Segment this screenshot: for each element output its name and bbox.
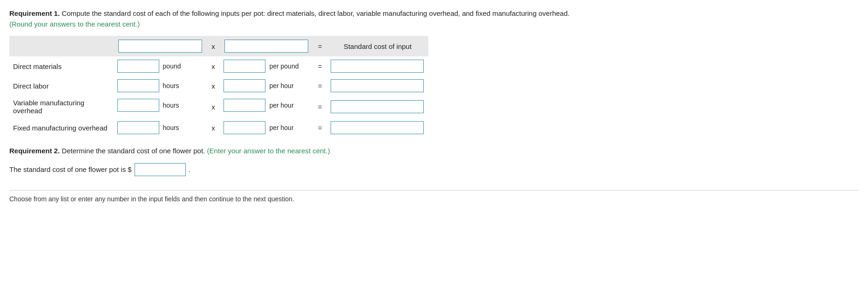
table-row: Direct labor hours x per hour = <box>9 76 428 96</box>
req2-instruction: (Enter your answer to the nearest cent.) <box>207 147 330 155</box>
flower-pot-input[interactable] <box>135 163 186 176</box>
vmo-unit2: per hour <box>267 102 295 109</box>
row-label-vmo: Variable manufacturing overhead <box>9 96 114 118</box>
footer-note: Choose from any list or enter any number… <box>9 190 859 203</box>
table-row: Variable manufacturing overhead hours x … <box>9 96 428 118</box>
req1-bold: Requirement 1. <box>9 9 60 17</box>
result-cell-vmo <box>327 96 428 118</box>
result-cell-fmo <box>327 118 428 137</box>
fmo-unit2: per hour <box>267 124 295 131</box>
dl-eq: = <box>313 76 326 96</box>
input1-cell-dm: pound <box>114 56 207 76</box>
header-eq: = <box>313 36 326 56</box>
vmo-input1[interactable] <box>117 99 159 112</box>
fmo-eq: = <box>313 118 326 137</box>
header-input1-cell <box>114 36 207 56</box>
input1-cell-vmo: hours <box>114 96 207 115</box>
dl-input1[interactable] <box>117 79 159 92</box>
fmo-result[interactable] <box>331 121 424 134</box>
calculation-table: x = Standard cost of input Direct materi… <box>9 36 428 137</box>
vmo-eq: = <box>313 96 326 118</box>
req2-body: Determine the standard cost of one flowe… <box>60 147 205 155</box>
calculation-table-container: x = Standard cost of input Direct materi… <box>9 36 859 137</box>
vmo-unit1: hours <box>161 102 181 109</box>
input2-cell-dl: per hour <box>220 76 313 96</box>
result-cell-dm <box>327 56 428 76</box>
header-input2[interactable] <box>224 40 308 53</box>
row-label-direct-materials: Direct materials <box>9 56 114 76</box>
header-spacer <box>9 36 114 56</box>
dm-input2[interactable] <box>224 60 265 73</box>
dm-eq: = <box>313 56 326 76</box>
input1-cell-dl: hours <box>114 76 207 96</box>
req2-bold: Requirement 2. <box>9 147 60 155</box>
header-input1[interactable] <box>118 40 202 53</box>
fmo-unit1: hours <box>161 124 181 131</box>
dl-unit2: per hour <box>267 82 295 89</box>
footer-text: Choose from any list or enter any number… <box>9 195 294 203</box>
fmo-input2[interactable] <box>224 121 265 134</box>
header-input2-cell <box>220 36 313 56</box>
requirement2-section: Requirement 2. Determine the standard co… <box>9 146 859 176</box>
flower-pot-prefix: The standard cost of one flower pot is $ <box>9 165 132 173</box>
header-x: x <box>207 36 220 56</box>
table-header-row: x = Standard cost of input <box>9 36 428 56</box>
dm-unit2: per pound <box>267 62 300 70</box>
vmo-result[interactable] <box>331 100 424 113</box>
req1-body: Compute the standard cost of each of the… <box>60 9 570 17</box>
fmo-input1[interactable] <box>117 121 159 134</box>
input1-cell-fmo: hours <box>114 118 207 137</box>
row-label-direct-labor: Direct labor <box>9 76 114 96</box>
dm-result[interactable] <box>331 60 424 73</box>
dl-result[interactable] <box>331 79 424 92</box>
flower-pot-line: The standard cost of one flower pot is $… <box>9 163 859 176</box>
requirement1-text: Requirement 1. Compute the standard cost… <box>9 8 848 29</box>
requirement2-text: Requirement 2. Determine the standard co… <box>9 146 848 157</box>
dl-x: x <box>207 76 220 96</box>
input2-cell-fmo: per hour <box>220 118 313 137</box>
table-row: Fixed manufacturing overhead hours x per… <box>9 118 428 137</box>
table-row: Direct materials pound x per pound = <box>9 56 428 76</box>
header-std-cost-label: Standard cost of input <box>327 36 428 56</box>
input2-cell-dm: per pound <box>220 56 313 76</box>
req1-instruction: (Round your answers to the nearest cent.… <box>9 20 140 28</box>
vmo-x: x <box>207 96 220 118</box>
dm-x: x <box>207 56 220 76</box>
dm-input1[interactable] <box>117 60 159 73</box>
vmo-input2[interactable] <box>224 99 265 112</box>
fmo-x: x <box>207 118 220 137</box>
dl-input2[interactable] <box>224 79 265 92</box>
flower-pot-suffix: . <box>189 165 190 173</box>
dm-unit1: pound <box>161 62 183 70</box>
input2-cell-vmo: per hour <box>220 96 313 115</box>
dl-unit1: hours <box>161 82 181 89</box>
row-label-fmo: Fixed manufacturing overhead <box>9 118 114 137</box>
result-cell-dl <box>327 76 428 96</box>
